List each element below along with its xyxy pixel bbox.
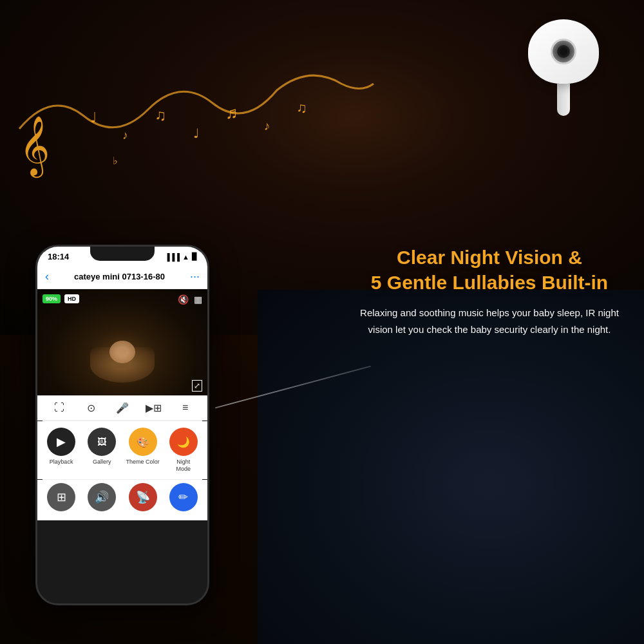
grid-view-icon: ⊞	[47, 483, 75, 511]
mute-icon[interactable]: 🔇	[178, 294, 189, 305]
fullscreen-ctrl[interactable]: ⛶	[50, 399, 68, 417]
hd-badge: HD	[64, 294, 79, 303]
video-feed: 90% HD 🔇 ▦ ⤢	[37, 289, 207, 395]
baby-head	[109, 341, 135, 363]
volume-feature-icon: 🔊	[88, 483, 116, 511]
phone-mockup: 18:14 ▐▐▐ ▲ ▉ ‹ cateye mini 0713-16-80 ·…	[35, 245, 209, 605]
device-name: cateye mini 0713-16-80	[74, 272, 165, 281]
wifi-feature-icon: 📡	[129, 483, 157, 511]
menu-icon: ≡	[176, 399, 194, 417]
more-button[interactable]: ···	[190, 270, 200, 283]
playback-ctrl[interactable]: ▶⊞	[145, 399, 163, 417]
gallery-label: Gallery	[93, 459, 111, 466]
feature-night-mode[interactable]: 🌙 NightMode	[165, 428, 202, 473]
gallery-feature-icon: 🖼	[88, 428, 116, 456]
feature-playback[interactable]: ▶ Playback	[43, 428, 80, 473]
battery-icon: ▉	[192, 252, 197, 261]
microphone-icon: 🎤	[113, 399, 131, 417]
feature-wifi[interactable]: 📡	[124, 483, 162, 514]
signal-icon: ▐▐▐	[165, 253, 180, 261]
video-top-icons: 🔇 ▦	[178, 294, 202, 305]
video-badge-row: 90% HD	[43, 294, 79, 303]
fullscreen-icon: ⛶	[50, 399, 68, 417]
grid-icon[interactable]: ▦	[194, 294, 202, 305]
camera-device	[522, 19, 605, 116]
theme-color-label: Theme Color	[126, 459, 160, 466]
feature-gallery[interactable]: 🖼 Gallery	[83, 428, 120, 473]
heading-title: Clear Night Vision & 5 Gentle Lullabies …	[354, 245, 625, 295]
theme-color-feature-icon: 🎨	[129, 428, 157, 456]
feature-edit[interactable]: ✏	[165, 483, 202, 514]
back-button[interactable]: ‹	[45, 270, 49, 283]
screenshot-ctrl[interactable]: ⊙	[82, 399, 100, 417]
playback-feature-icon: ▶	[47, 428, 75, 456]
music-wave-svg	[0, 52, 386, 148]
expand-button[interactable]: ⤢	[192, 380, 202, 390]
battery-badge: 90%	[43, 294, 61, 303]
edit-feature-icon: ✏	[169, 483, 198, 511]
feature-theme-color[interactable]: 🎨 Theme Color	[124, 428, 162, 473]
main-heading: Clear Night Vision & 5 Gentle Lullabies …	[354, 245, 625, 337]
phone-notch	[90, 247, 155, 261]
app-header: ‹ cateye mini 0713-16-80 ···	[37, 265, 207, 289]
music-note-8: ♭	[113, 155, 118, 167]
menu-ctrl[interactable]: ≡	[176, 399, 194, 417]
wifi-icon: ▲	[182, 253, 189, 261]
video-feed-inner	[37, 289, 207, 395]
night-mode-label: NightMode	[176, 459, 191, 473]
status-icons: ▐▐▐ ▲ ▉	[165, 252, 197, 261]
playback-icon: ▶⊞	[145, 399, 163, 417]
feature-row2: ⊞ 🔊 📡 ✏	[37, 480, 207, 520]
feature-grid: ▶ Playback 🖼 Gallery 🎨 Theme Color 🌙 Nig…	[37, 421, 207, 479]
playback-label: Playback	[50, 459, 73, 466]
status-time: 18:14	[48, 252, 69, 261]
microphone-ctrl[interactable]: 🎤	[113, 399, 131, 417]
night-mode-feature-icon: 🌙	[169, 428, 198, 456]
screenshot-icon: ⊙	[82, 399, 100, 417]
heading-subtitle: Relaxing and soothing music helps your b…	[354, 305, 625, 337]
controls-row: ⛶ ⊙ 🎤 ▶⊞ ≡	[37, 395, 207, 421]
feature-volume[interactable]: 🔊	[83, 483, 120, 514]
feature-grid-view[interactable]: ⊞	[43, 483, 80, 514]
